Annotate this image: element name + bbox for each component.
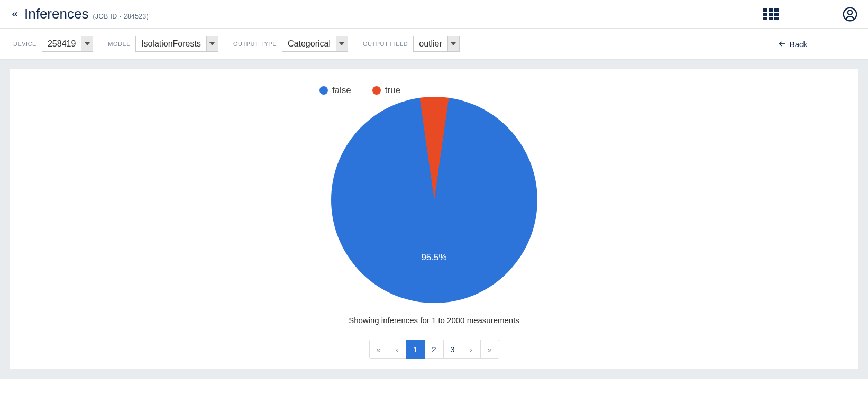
svg-rect-1 [769,8,773,12]
pie-chart: 95.5% [331,97,537,303]
device-select-value: 258419 [42,36,81,51]
legend-label-false: false [332,85,351,96]
page-number-button[interactable]: 2 [425,340,444,359]
back-text: Back [790,40,807,49]
page-last-button[interactable]: » [480,340,499,359]
page-next-button[interactable]: › [462,340,481,359]
legend-label-true: true [385,85,400,96]
svg-rect-8 [774,17,779,20]
page-body: false true 95.5% Showing inferences for … [0,60,868,379]
model-select[interactable]: IsolationForests [135,36,218,52]
svg-rect-2 [774,8,779,12]
chart-legend: false true [319,85,400,96]
legend-dot-true [372,86,381,95]
output-field-label: OUTPUT FIELD [363,41,408,47]
output-type-label: OUTPUT TYPE [233,41,277,47]
svg-marker-12 [209,42,215,45]
legend-dot-false [319,86,328,95]
page-first-button[interactable]: « [369,340,388,359]
svg-rect-7 [769,17,773,20]
filter-bar: DEVICE 258419 MODEL IsolationForests OUT… [0,29,868,60]
svg-rect-0 [763,8,767,12]
page-prev-button[interactable]: ‹ [388,340,407,359]
svg-marker-11 [85,42,90,45]
chart-card: false true 95.5% Showing inferences for … [10,69,858,369]
page-title: Inferences [24,6,88,22]
model-label: MODEL [108,41,130,47]
device-select[interactable]: 258419 [42,36,93,52]
chart-caption: Showing inferences for 1 to 2000 measure… [349,316,519,325]
svg-rect-3 [763,13,767,16]
output-type-select[interactable]: Categorical [282,36,348,52]
output-type-select-value: Categorical [282,36,336,51]
page-number-button[interactable]: 3 [443,340,462,359]
svg-rect-5 [774,13,779,16]
svg-point-10 [848,10,852,14]
legend-item-true: true [372,85,400,96]
output-field-select-value: outlier [414,36,447,51]
back-link[interactable]: Back [778,40,807,49]
chart-wrap: false true 95.5% Showing inferences for … [20,85,848,359]
user-profile-icon[interactable] [843,7,857,22]
svg-rect-6 [763,17,767,20]
svg-marker-14 [451,42,456,45]
chevron-down-icon[interactable] [81,36,93,51]
arrow-left-icon [778,40,787,48]
apps-grid-icon[interactable] [757,0,784,29]
svg-marker-13 [339,42,344,45]
chevron-down-icon[interactable] [447,36,459,51]
pie-slice-label: 95.5% [421,252,446,263]
device-label: DEVICE [13,41,36,47]
svg-rect-4 [769,13,773,16]
chevron-down-icon[interactable] [206,36,218,51]
top-bar: Inferences (JOB ID - 284523) [0,0,868,29]
collapse-chevron-icon[interactable] [11,10,19,19]
legend-item-false: false [319,85,351,96]
page-number-button[interactable]: 1 [406,340,425,359]
pagination: «‹123›» [369,340,499,359]
model-select-value: IsolationForests [136,36,206,51]
page-subtitle: (JOB ID - 284523) [93,13,149,20]
output-field-select[interactable]: outlier [413,36,460,52]
chevron-down-icon[interactable] [336,36,348,51]
